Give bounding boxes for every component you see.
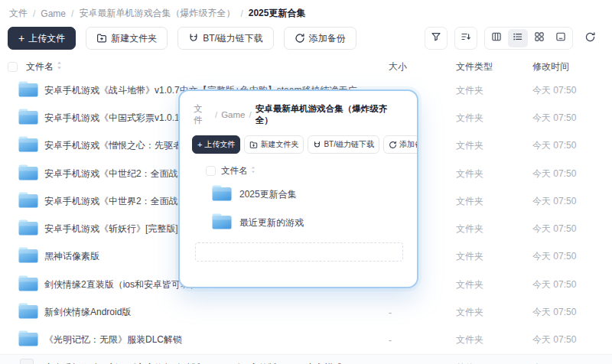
- file-name[interactable]: 最近更新的游戏: [239, 216, 403, 229]
- file-modified: 今天 07:50: [532, 167, 603, 180]
- column-header-type[interactable]: 文件类型: [456, 60, 532, 73]
- filter-funnel-icon: [431, 31, 441, 45]
- columns-view-icon: [491, 31, 502, 45]
- popup-select-all-checkbox[interactable]: [206, 166, 216, 176]
- view-controls: [425, 27, 600, 50]
- file-type: 文件夹: [456, 195, 532, 208]
- table-row[interactable]: 《光明记忆：无限》服装DLC解锁 - 文件夹 今天 07:50: [0, 327, 612, 354]
- bt-download-label: BT/磁力链下载: [203, 32, 263, 45]
- column-header-name[interactable]: 文件名: [221, 165, 248, 177]
- column-header-size[interactable]: 大小: [389, 60, 456, 73]
- new-folder-label: 新建文件夹: [111, 32, 157, 45]
- folder-icon: [18, 81, 38, 100]
- table-row[interactable]: 新剑侠情缘Android版 - 文件夹 今天 07:50: [0, 298, 612, 326]
- new-folder-button[interactable]: 新建文件夹: [86, 27, 168, 50]
- file-modified: 今天 07:50: [532, 278, 603, 291]
- upload-file-button[interactable]: + 上传文件: [8, 27, 76, 50]
- apk-file-icon: [18, 358, 35, 364]
- breadcrumb-separator: /: [249, 110, 252, 119]
- file-name[interactable]: 《光明记忆：无限》服装DLC解锁: [44, 333, 389, 346]
- backup-sync-icon: [389, 141, 397, 149]
- view-mode-group: [484, 27, 573, 50]
- breadcrumb: 文件 / Game / 安卓最新单机游戏合集（爆炸级齐全） / 2025更新合集: [0, 0, 612, 20]
- file-modified: 今天 07:50: [532, 112, 603, 125]
- magnet-icon: [188, 33, 199, 44]
- file-type: 文件夹: [456, 84, 532, 97]
- breadcrumb-separator: /: [240, 8, 243, 19]
- file-name[interactable]: 新剑侠情缘Android版: [44, 306, 389, 319]
- popup-breadcrumb: 文件 / Game / 安卓最新单机游戏合集（爆炸级齐全）: [192, 102, 405, 126]
- grid-view-icon: [534, 31, 545, 45]
- popup-new-folder-button[interactable]: 新建文件夹: [244, 135, 304, 154]
- popup-table-header: 文件名: [192, 164, 405, 177]
- file-size: -: [389, 307, 456, 318]
- file-name[interactable]: 2025更新合集: [239, 188, 403, 201]
- filter-button[interactable]: [425, 27, 448, 50]
- view-list-button[interactable]: [508, 29, 528, 47]
- sort-button[interactable]: [454, 27, 477, 50]
- breadcrumb-item[interactable]: 文件: [194, 103, 211, 126]
- pane-view-icon: [555, 31, 566, 45]
- file-type: 文件夹: [456, 306, 532, 319]
- folder-plus-icon: [96, 33, 107, 44]
- add-backup-button[interactable]: 添加备份: [284, 27, 356, 50]
- refresh-icon: [584, 31, 596, 46]
- file-modified: 今天 07:50: [532, 195, 603, 208]
- table-header: 文件名 大小 文件类型 修改时间: [0, 58, 612, 75]
- breadcrumb-item[interactable]: Game: [41, 8, 66, 19]
- file-type: 文件夹: [456, 333, 532, 346]
- file-modified: 今天 07:50: [532, 250, 603, 263]
- file-modified: 今天 07:50: [532, 223, 603, 236]
- view-columns-button[interactable]: [487, 29, 506, 47]
- folder-icon: [18, 303, 38, 322]
- table-row[interactable]: 安卓手机游戏更新！《方舟终极移动版v1.0 b11 》[完整版+DLC+上帝模式…: [0, 354, 612, 364]
- folder-preview-popup: 文件 / Game / 安卓最新单机游戏合集（爆炸级齐全） + 上传文件 新建文…: [178, 89, 418, 288]
- file-type: 文件夹: [456, 139, 532, 152]
- popup-upload-file-button[interactable]: + 上传文件: [192, 135, 240, 154]
- table-row[interactable]: 最近更新的游戏: [192, 209, 405, 237]
- breadcrumb-item[interactable]: Game: [221, 110, 245, 119]
- bt-magnet-download-button[interactable]: BT/磁力链下载: [177, 27, 274, 50]
- plus-icon: +: [18, 33, 24, 44]
- add-backup-label: 添加备份: [309, 32, 346, 45]
- view-pane-button[interactable]: [551, 29, 571, 47]
- upload-file-label: 上传文件: [204, 139, 235, 150]
- popup-add-backup-button[interactable]: 添加备份: [383, 135, 418, 154]
- toolbar-actions: + 上传文件 新建文件夹 BT/磁力链下载 添加备份: [8, 27, 356, 50]
- new-folder-label: 新建文件夹: [260, 139, 298, 150]
- folder-plus-icon: [249, 141, 258, 149]
- add-backup-label: 添加备份: [399, 139, 418, 150]
- plus-icon: +: [197, 141, 202, 149]
- table-row[interactable]: 2025更新合集: [192, 180, 405, 209]
- column-header-modified[interactable]: 修改时间: [532, 60, 603, 73]
- refresh-button[interactable]: [580, 28, 600, 48]
- column-header-name[interactable]: 文件名: [26, 60, 54, 73]
- breadcrumb-item[interactable]: 安卓最新单机游戏合集（爆炸级齐全）: [79, 7, 235, 20]
- folder-icon: [18, 219, 38, 239]
- file-modified: 今天 07:50: [532, 333, 603, 346]
- file-type: 文件夹: [456, 112, 532, 125]
- sort-lines-icon: [461, 31, 471, 45]
- sort-arrows-icon[interactable]: [251, 166, 256, 175]
- folder-icon: [212, 185, 232, 204]
- file-type: 文件夹: [456, 223, 532, 236]
- file-manager-page: 文件 / Game / 安卓最新单机游戏合集（爆炸级齐全） / 2025更新合集…: [0, 0, 612, 364]
- folder-icon: [18, 109, 38, 128]
- folder-icon: [18, 330, 38, 349]
- breadcrumb-item[interactable]: 文件: [9, 7, 28, 20]
- file-type: 文件夹: [456, 167, 532, 180]
- folder-icon: [18, 136, 38, 155]
- popup-file-list: 2025更新合集 最近更新的游戏: [192, 180, 405, 237]
- sort-arrows-icon[interactable]: [57, 61, 62, 72]
- breadcrumb-separator: /: [215, 110, 217, 119]
- view-grid-button[interactable]: [529, 29, 549, 47]
- folder-icon: [18, 275, 38, 294]
- bt-download-label: BT/磁力链下载: [324, 139, 374, 150]
- popup-bt-magnet-download-button[interactable]: BT/磁力链下载: [308, 135, 379, 154]
- select-all-checkbox[interactable]: [8, 62, 18, 72]
- folder-icon: [18, 247, 38, 266]
- breadcrumb-separator: /: [71, 8, 73, 19]
- drop-zone[interactable]: [195, 242, 403, 262]
- folder-icon: [18, 164, 38, 184]
- popup-toolbar: + 上传文件 新建文件夹 BT/磁力链下载 添加备份: [192, 135, 405, 154]
